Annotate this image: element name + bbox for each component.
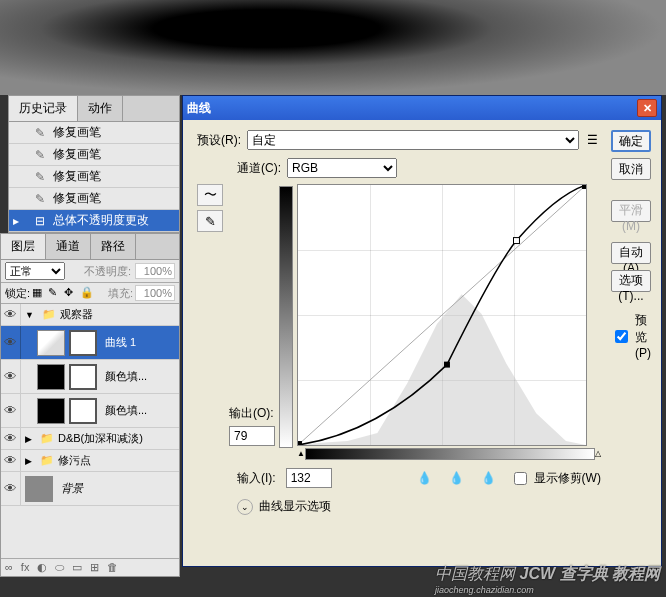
show-clipping-label: 显示修剪(W) xyxy=(534,470,601,487)
close-button[interactable]: ✕ xyxy=(637,99,657,117)
gray-dropper[interactable]: 💧 xyxy=(446,469,468,487)
trash-icon[interactable]: 🗑 xyxy=(107,561,118,574)
svg-rect-5 xyxy=(582,185,586,189)
layer-row[interactable]: 👁 背景 xyxy=(1,472,179,506)
chevron-right-icon[interactable]: ▶ xyxy=(25,456,32,466)
lock-move-icon[interactable]: ✥ xyxy=(64,286,78,300)
channel-label: 通道(C): xyxy=(237,160,281,177)
layer-name: 曲线 1 xyxy=(105,335,136,350)
visibility-icon[interactable]: 👁 xyxy=(1,304,21,325)
history-item[interactable]: ▸⊟总体不透明度更改 xyxy=(9,210,179,232)
fill-label: 填充: xyxy=(108,286,133,301)
preview-checkbox[interactable]: 预览(P) xyxy=(611,312,651,360)
tab-channels[interactable]: 通道 xyxy=(46,234,91,259)
options-button[interactable]: 选项(T)... xyxy=(611,270,651,292)
preview-input[interactable] xyxy=(615,330,628,343)
layer-name: 颜色填... xyxy=(105,403,147,418)
title-bar[interactable]: 曲线 ✕ xyxy=(183,96,661,120)
svg-rect-4 xyxy=(298,441,302,445)
folder-icon: 📁 xyxy=(42,308,56,321)
visibility-icon[interactable]: 👁 xyxy=(1,394,21,427)
cancel-button[interactable]: 取消 xyxy=(611,158,651,180)
visibility-icon[interactable]: 👁 xyxy=(1,472,21,505)
preset-select[interactable]: 自定 xyxy=(247,130,579,150)
mask-thumb[interactable] xyxy=(69,330,97,356)
history-label: 修复画笔 xyxy=(53,190,101,207)
svg-rect-2 xyxy=(444,362,450,368)
lock-all-icon[interactable]: 🔒 xyxy=(80,286,94,300)
watermark: 中国教程网 JCW 查字典 教程网 jiaocheng.chazidian.co… xyxy=(435,564,660,595)
layer-group[interactable]: 👁 ▶ 📁 D&B(加深和减淡) xyxy=(1,428,179,450)
svg-rect-3 xyxy=(514,238,520,244)
point-curve-tool[interactable]: 〜 xyxy=(197,184,223,206)
layer-thumb[interactable] xyxy=(25,476,53,502)
chevron-down-icon[interactable]: ▼ xyxy=(25,310,34,320)
tab-paths[interactable]: 路径 xyxy=(91,234,136,259)
preset-label: 预设(R): xyxy=(197,132,241,149)
tab-history[interactable]: 历史记录 xyxy=(9,96,78,121)
layer-row[interactable]: 👁 颜色填... xyxy=(1,394,179,428)
layer-row[interactable]: 👁 颜色填... xyxy=(1,360,179,394)
visibility-icon[interactable]: 👁 xyxy=(1,428,21,449)
expand-chevron-icon[interactable]: ⌄ xyxy=(237,499,253,515)
fx-icon[interactable]: fx xyxy=(21,561,30,574)
folder-icon: 📁 xyxy=(40,432,54,445)
opacity-input[interactable] xyxy=(135,263,175,279)
history-item[interactable]: ✎修复画笔 xyxy=(9,144,179,166)
visibility-icon[interactable]: 👁 xyxy=(1,326,21,359)
visibility-icon[interactable]: 👁 xyxy=(1,360,21,393)
black-point-slider[interactable]: ▲ xyxy=(297,449,305,458)
output-label: 输出(O): xyxy=(229,405,275,422)
curve-line xyxy=(298,185,586,445)
lock-brush-icon[interactable]: ✎ xyxy=(48,286,62,300)
chevron-right-icon[interactable]: ▶ xyxy=(25,434,32,444)
layer-row[interactable]: 👁 曲线 1 xyxy=(1,326,179,360)
white-dropper[interactable]: 💧 xyxy=(478,469,500,487)
history-item[interactable]: ✎修复画笔 xyxy=(9,188,179,210)
tab-layers[interactable]: 图层 xyxy=(1,234,46,259)
history-label: 修复画笔 xyxy=(53,124,101,141)
layer-name: D&B(加深和减淡) xyxy=(58,431,143,446)
layer-name: 观察器 xyxy=(60,307,93,322)
preset-menu-icon[interactable]: ☰ xyxy=(585,132,601,148)
black-dropper[interactable]: 💧 xyxy=(414,469,436,487)
adjustment-thumb[interactable] xyxy=(37,330,65,356)
layer-group[interactable]: 👁 ▶ 📁 修污点 xyxy=(1,450,179,472)
history-item[interactable]: ✎修复画笔 xyxy=(9,122,179,144)
history-item[interactable]: ✎修复画笔 xyxy=(9,166,179,188)
ok-button[interactable]: 确定 xyxy=(611,130,651,152)
blend-mode-select[interactable]: 正常 xyxy=(5,262,65,280)
slider-icon: ⊟ xyxy=(31,213,49,229)
auto-button[interactable]: 自动(A) xyxy=(611,242,651,264)
history-tabs: 历史记录 动作 xyxy=(9,96,179,122)
input-input[interactable] xyxy=(286,468,332,488)
lock-transparency-icon[interactable]: ▦ xyxy=(32,286,46,300)
folder-icon: 📁 xyxy=(40,454,54,467)
adjustment-thumb[interactable] xyxy=(37,398,65,424)
pencil-curve-tool[interactable]: ✎ xyxy=(197,210,223,232)
mask-thumb[interactable] xyxy=(69,398,97,424)
horizontal-gradient xyxy=(305,448,595,460)
adjustment-thumb[interactable] xyxy=(37,364,65,390)
adjust-icon[interactable]: ⬭ xyxy=(55,561,64,574)
lock-label: 锁定: xyxy=(5,286,30,301)
curves-graph[interactable] xyxy=(297,184,587,446)
new-layer-icon[interactable]: ⊞ xyxy=(90,561,99,574)
input-label: 输入(I): xyxy=(237,470,276,487)
show-clipping-checkbox[interactable]: 显示修剪(W) xyxy=(510,469,601,488)
mask-thumb[interactable] xyxy=(69,364,97,390)
channel-select[interactable]: RGB xyxy=(287,158,397,178)
tab-actions[interactable]: 动作 xyxy=(78,96,123,121)
visibility-icon[interactable]: 👁 xyxy=(1,450,21,471)
mask-icon[interactable]: ◐ xyxy=(37,561,47,574)
layer-group[interactable]: 👁 ▼ 📁 观察器 xyxy=(1,304,179,326)
white-point-slider[interactable]: △ xyxy=(595,449,601,458)
link-icon[interactable]: ∞ xyxy=(5,561,13,574)
fill-input[interactable] xyxy=(135,285,175,301)
output-input[interactable] xyxy=(229,426,275,446)
layer-name: 修污点 xyxy=(58,453,91,468)
show-clipping-input[interactable] xyxy=(514,472,527,485)
layers-panel: 图层 通道 路径 正常 不透明度: 锁定: ▦ ✎ ✥ 🔒 填充: 👁 ▼ 📁 … xyxy=(0,233,180,577)
history-panel: 历史记录 动作 ✎修复画笔 ✎修复画笔 ✎修复画笔 ✎修复画笔 ▸⊟总体不透明度… xyxy=(8,95,180,233)
group-icon[interactable]: ▭ xyxy=(72,561,82,574)
